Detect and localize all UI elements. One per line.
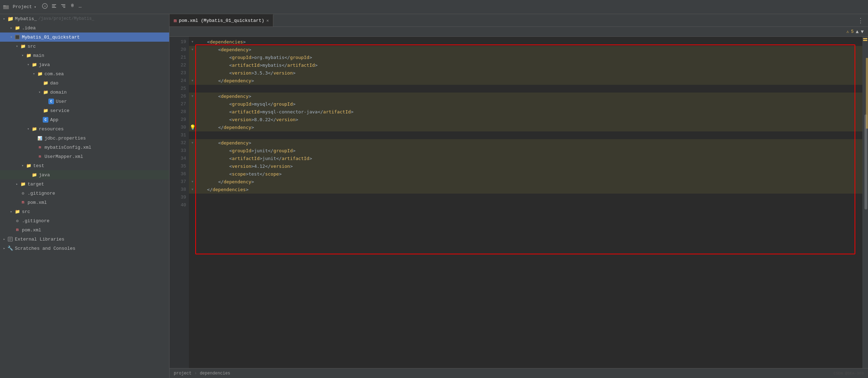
class-icon-app: C <box>42 117 49 123</box>
scroll-marker-block <box>866 58 868 129</box>
arrow-java <box>25 62 31 67</box>
align-icon[interactable] <box>51 3 57 11</box>
sidebar-label-test: test <box>33 163 44 169</box>
sidebar-item-idea[interactable]: 📁 .idea <box>0 23 169 33</box>
sidebar-item-test-java[interactable]: 📁 java <box>0 170 169 179</box>
settings-icon[interactable] <box>70 3 75 11</box>
folder-icon-service: 📁 <box>42 107 49 114</box>
ext-libs-icon <box>7 236 13 242</box>
code-text-27: <groupId>mysql</groupId> <box>196 100 862 108</box>
sidebar-item-app[interactable]: C App <box>0 115 169 124</box>
code-text-32: <dependency> <box>196 139 862 147</box>
editor-right-scroll[interactable] <box>862 37 868 368</box>
line-num-27: 27 <box>171 100 186 108</box>
arrow-mybatis-root <box>1 16 7 22</box>
sidebar-label-src2: src <box>22 209 30 214</box>
sidebar-item-pom2[interactable]: m pom.xml <box>0 225 169 235</box>
code-line-23: <version>3.5.3</version> <box>189 69 862 77</box>
fold-26[interactable]: ▼ <box>189 93 196 100</box>
tab-pom-xml[interactable]: m pom.xml (Mybatis_01_quickstart) ✕ <box>170 14 273 26</box>
sidebar-item-user[interactable]: C User <box>0 97 169 106</box>
line-num-25: 25 <box>171 85 186 93</box>
tab-icon-pom: m <box>174 18 177 24</box>
tab-label-pom: pom.xml (Mybatis_01_quickstart) <box>179 18 264 23</box>
fold-20[interactable]: ▼ <box>189 46 196 54</box>
line-num-40: 40 <box>171 201 186 209</box>
arrow-domain <box>37 89 42 95</box>
sidebar-item-src[interactable]: 📁 src <box>0 42 169 51</box>
sidebar-item-java[interactable]: 📁 java <box>0 60 169 69</box>
editor-area: m pom.xml (Mybatis_01_quickstart) ✕ ⋮ ⚠ … <box>170 14 868 378</box>
sidebar-label-pom2: pom.xml <box>22 228 41 233</box>
folder-icon-dao: 📁 <box>42 80 49 86</box>
code-line-40 <box>189 201 862 209</box>
sidebar-item-mybatis-01[interactable]: Mybatis_01_quickstart <box>0 33 169 42</box>
code-line-25 <box>189 85 862 93</box>
warnings-bar: ⚠ 5 ▲ ▼ <box>170 27 868 37</box>
fold-24[interactable]: ▼ <box>189 77 196 85</box>
breadcrumb-project: project <box>174 371 191 376</box>
minimize-icon[interactable]: — <box>79 4 82 10</box>
code-text-39 <box>196 194 862 201</box>
line-num-22: 22 <box>171 61 186 69</box>
scroll-thumb-vertical[interactable] <box>864 114 867 209</box>
gitignore-icon-1: ⚙ <box>20 190 26 196</box>
sidebar-item-gitignore2[interactable]: ⚙ .gitignore <box>0 216 169 225</box>
code-line-28: <artifactId>mysql-connector-java</artifa… <box>189 108 862 116</box>
line-num-33: 33 <box>171 147 186 155</box>
sidebar-item-gitignore1[interactable]: ⚙ .gitignore <box>0 189 169 198</box>
sidebar-label-com-sea: com.sea <box>44 71 64 77</box>
add-content-icon[interactable]: + <box>42 3 48 11</box>
tab-menu-button[interactable]: ⋮ <box>853 17 868 24</box>
sidebar-item-main[interactable]: 📁 main <box>0 51 169 60</box>
folder-icon-target: 📁 <box>20 181 26 187</box>
folder-icon-test-java: 📁 <box>31 172 37 178</box>
sidebar-item-service[interactable]: 📁 service <box>0 106 169 115</box>
fold-19[interactable]: ▼ <box>189 38 196 46</box>
folder-icon-src2: 📁 <box>14 208 20 215</box>
line-num-21: 21 <box>171 54 186 61</box>
sidebar-item-pom1[interactable]: m pom.xml <box>0 198 169 207</box>
folder-icon-test: 📁 <box>25 163 32 169</box>
sidebar-item-scratches[interactable]: 🔧 Scratches and Consoles <box>0 244 169 253</box>
nav-down-arrow[interactable]: ▼ <box>861 29 864 35</box>
code-text-33: <groupId>junit</groupId> <box>196 147 862 155</box>
sidebar-item-ext-libs[interactable]: External Libraries <box>0 235 169 244</box>
sort-icon[interactable] <box>60 3 66 11</box>
sidebar-label-domain: domain <box>50 90 67 95</box>
sidebar-item-mybatis-config[interactable]: m mybatisConfig.xml <box>0 143 169 152</box>
sidebar-item-target[interactable]: 📁 target <box>0 179 169 189</box>
dropdown-arrow-icon[interactable]: ▾ <box>34 5 36 9</box>
sidebar-item-src2[interactable]: 📁 src <box>0 207 169 216</box>
nav-up-arrow[interactable]: ▲ <box>856 29 858 35</box>
line-num-39: 39 <box>171 194 186 201</box>
code-line-24: ▼ </dependency> <box>189 77 862 85</box>
code-area[interactable]: ▼ <dependencies> ▼ <dependency> <groupId… <box>189 37 862 368</box>
project-label[interactable]: Project <box>13 4 32 10</box>
sidebar-item-com-sea[interactable]: 📁 com.sea <box>0 69 169 78</box>
sidebar-label-scratches: Scratches and Consoles <box>15 246 76 251</box>
sidebar-item-dao[interactable]: 📁 dao <box>0 78 169 88</box>
sidebar-label-user-mapper: UserMapper.xml <box>44 154 83 159</box>
fold-32[interactable]: ▼ <box>189 139 196 147</box>
sidebar-item-mybatis-root[interactable]: 📁 Mybatis_ /java/project/Mybatis_ <box>0 14 169 23</box>
sidebar-label-idea: .idea <box>22 25 36 31</box>
code-text-31 <box>196 131 862 139</box>
sidebar-item-resources[interactable]: 📁 resources <box>0 124 169 134</box>
arrow-idea <box>8 25 14 31</box>
title-bar: Project ▾ + — <box>0 0 868 14</box>
arrow-target <box>14 181 20 187</box>
sidebar-item-test[interactable]: 📁 test <box>0 161 169 170</box>
sidebar-item-jdbc-props[interactable]: 📊 jdbc.properties <box>0 134 169 143</box>
line-num-29: 29 <box>171 116 186 124</box>
fold-30[interactable]: 💡 <box>189 124 196 131</box>
sidebar-item-domain[interactable]: 📁 domain <box>0 88 169 97</box>
fold-37[interactable]: ▼ <box>189 178 196 186</box>
sidebar-item-user-mapper[interactable]: m UserMapper.xml <box>0 152 169 161</box>
code-line-22: <artifactId>mybatis</artifactId> <box>189 61 862 69</box>
sidebar-label-dao: dao <box>50 81 58 86</box>
fold-38[interactable]: ▼ <box>189 186 196 194</box>
sidebar-label-app: App <box>50 117 58 123</box>
tab-close-pom[interactable]: ✕ <box>266 18 269 23</box>
code-line-21: <groupId>org.mybatis</groupId> <box>189 54 862 61</box>
